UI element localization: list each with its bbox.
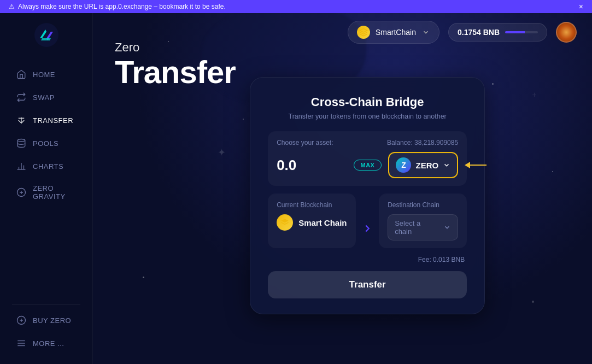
fee-label: Fee: 0.013 BNB [418, 256, 465, 263]
zero-gravity-icon [16, 187, 26, 197]
sidebar-bottom: BUY ZERO More ... [0, 309, 92, 354]
blockchain-row: Current Blockchain Smart Chain [268, 193, 467, 248]
sidebar-item-more[interactable]: More ... [4, 332, 88, 354]
chain-arrow-icon [361, 193, 373, 248]
current-chain-name: Smart Chain [298, 218, 347, 227]
token-name: ZERO [415, 161, 438, 170]
card-title: Cross-Chain Bridge [268, 95, 467, 109]
warning-close-button[interactable]: × [579, 2, 583, 11]
sidebar: HOME SWAP [0, 13, 93, 364]
balance-label: Balance: 38,218.909085 [387, 139, 458, 146]
nav-divider [12, 304, 80, 305]
token-logo: Z [396, 157, 411, 173]
current-blockchain-box: Current Blockchain Smart Chain [268, 193, 356, 248]
sidebar-item-home[interactable]: HOME [4, 63, 88, 85]
swap-icon [16, 92, 26, 102]
card-subtitle: Transfer your tokens from one blockchain… [268, 113, 467, 120]
transfer-button[interactable]: Transfer [268, 271, 467, 298]
asset-amount[interactable]: 0.0 [277, 157, 347, 174]
asset-label-row: Choose your asset: Balance: 38,218.90908… [277, 139, 458, 146]
dest-chain-label: Destination Chain [388, 201, 458, 209]
network-icon [357, 26, 370, 39]
network-selector[interactable]: SmartChain [348, 21, 439, 44]
dest-chain-selector[interactable]: Select a chain [388, 214, 458, 240]
home-icon [16, 69, 26, 79]
dest-chain-chevron-icon [443, 224, 451, 231]
chain-icon [277, 214, 293, 231]
warning-bar: ⚠ Always make sure the URL is app.0.exch… [0, 0, 592, 13]
sidebar-item-zero-gravity[interactable]: ZERO GRAVITY [4, 178, 88, 207]
dest-chain-placeholder: Select a chain [395, 219, 439, 236]
sidebar-nav: HOME SWAP [0, 63, 92, 300]
header-bar: SmartChain 0.1754 BNB [93, 13, 592, 51]
buy-zero-icon [16, 315, 26, 325]
fee-row: Fee: 0.013 BNB [268, 256, 467, 263]
warning-text: ⚠ Always make sure the URL is app.0.exch… [9, 3, 226, 10]
asset-label: Choose your asset: [277, 139, 333, 146]
current-chain-label: Current Blockchain [277, 201, 347, 209]
charts-icon [16, 161, 26, 171]
bnb-balance[interactable]: 0.1754 BNB [448, 23, 547, 42]
network-chevron-icon [421, 28, 430, 37]
token-arrow-indicator [465, 162, 487, 168]
logo[interactable] [0, 23, 92, 47]
sidebar-item-buy-zero[interactable]: BUY ZERO [4, 309, 88, 331]
more-icon [16, 338, 26, 348]
pools-icon [16, 138, 26, 148]
max-button[interactable]: MAX [354, 160, 382, 171]
asset-section: Choose your asset: Balance: 38,218.90908… [268, 131, 467, 186]
transfer-icon [16, 115, 26, 125]
sidebar-item-swap[interactable]: SWAP [4, 86, 88, 108]
page-title: Transfer [115, 55, 236, 90]
destination-blockchain-box: Destination Chain Select a chain [379, 193, 467, 248]
asset-input-row: 0.0 MAX Z ZERO [277, 152, 458, 178]
bridge-card: Cross-Chain Bridge Transfer your tokens … [250, 77, 485, 314]
sidebar-item-pools[interactable]: POOLS [4, 132, 88, 154]
current-chain-value: Smart Chain [277, 214, 347, 231]
sidebar-item-transfer[interactable]: TRANSFER [4, 109, 88, 131]
svg-point-3 [17, 139, 25, 142]
bnb-progress-bar [505, 31, 538, 33]
svg-point-0 [34, 23, 58, 47]
wallet-avatar[interactable] [556, 22, 577, 43]
warning-icon: ⚠ [9, 3, 15, 10]
token-chevron-icon [443, 161, 450, 169]
sidebar-item-charts[interactable]: CHARTS [4, 155, 88, 177]
token-selector[interactable]: Z ZERO [388, 152, 458, 178]
content-area: ✦ + SmartChain 0.1754 BNB [93, 13, 592, 364]
